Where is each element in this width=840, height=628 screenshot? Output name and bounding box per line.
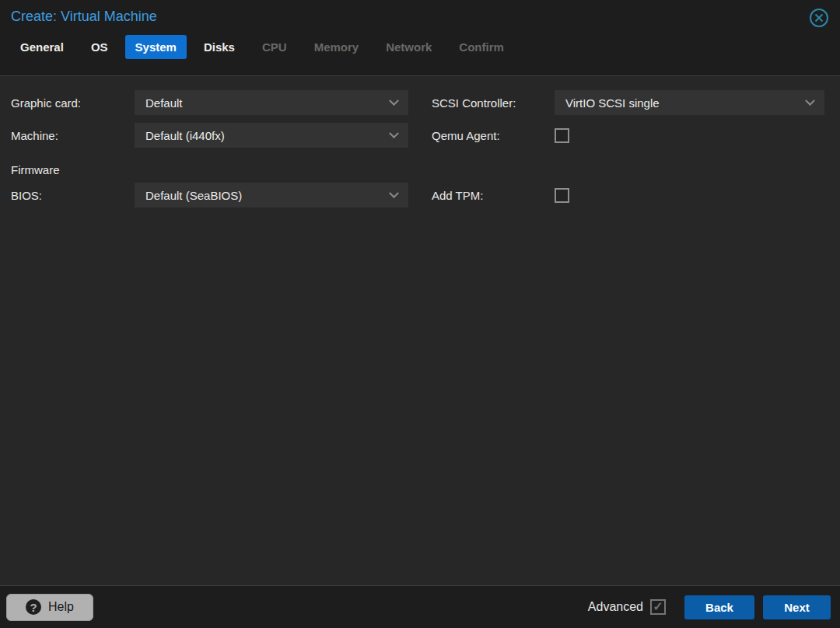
machine-label: Machine: [11, 129, 135, 142]
back-button[interactable]: Back [684, 595, 754, 619]
qemu-agent-label: Qemu Agent: [432, 129, 555, 142]
row-machine-qemu: Machine: Default (i440fx) Qemu Agent: [11, 123, 840, 148]
row-graphic-scsi: Graphic card: Default SCSI Controller: V… [11, 90, 840, 115]
scsi-controller-label: SCSI Controller: [432, 96, 555, 110]
tab-memory: Memory [304, 35, 369, 59]
bios-value: Default (SeaBIOS) [145, 189, 242, 202]
footer-actions: Advanced Back Next [588, 595, 831, 619]
add-tpm-label: Add TPM: [432, 189, 555, 202]
tab-system[interactable]: System [125, 35, 187, 59]
next-button[interactable]: Next [763, 595, 831, 619]
chevron-down-icon [389, 96, 399, 106]
help-button[interactable]: ? Help [6, 594, 93, 621]
advanced-label: Advanced [588, 600, 643, 614]
graphic-card-select[interactable]: Default [135, 90, 408, 115]
tab-confirm: Confirm [449, 35, 514, 59]
advanced-checkbox[interactable] [650, 599, 666, 615]
firmware-heading: Firmware [11, 163, 60, 176]
chevron-down-icon [389, 188, 399, 198]
tab-network: Network [376, 35, 442, 59]
close-icon[interactable] [809, 8, 829, 28]
chevron-down-icon [389, 128, 399, 138]
machine-value: Default (i440fx) [145, 129, 225, 142]
add-tpm-checkbox[interactable] [555, 188, 569, 203]
bios-select[interactable]: Default (SeaBIOS) [135, 183, 408, 208]
tab-cpu: CPU [252, 35, 297, 59]
wizard-tabbar: General OS System Disks CPU Memory Netwo… [10, 35, 840, 59]
scsi-controller-value: VirtIO SCSI single [565, 96, 660, 110]
qemu-agent-checkbox[interactable] [555, 128, 569, 143]
bios-label: BIOS: [11, 189, 135, 202]
scsi-controller-select[interactable]: VirtIO SCSI single [555, 90, 824, 115]
create-vm-dialog: Create: Virtual Machine General OS Syste… [0, 0, 840, 628]
form-area: Graphic card: Default SCSI Controller: V… [0, 76, 840, 585]
help-button-label: Help [48, 600, 74, 614]
row-firmware: Firmware [11, 159, 840, 180]
machine-select[interactable]: Default (i440fx) [135, 123, 408, 148]
graphic-card-label: Graphic card: [11, 96, 135, 110]
dialog-header: Create: Virtual Machine General OS Syste… [0, 0, 840, 76]
tab-disks[interactable]: Disks [194, 35, 245, 59]
chevron-down-icon [805, 96, 815, 106]
tab-general[interactable]: General [10, 35, 74, 59]
dialog-footer: ? Help Advanced Back Next [0, 585, 840, 628]
dialog-title: Create: Virtual Machine [0, 0, 840, 25]
row-bios-tpm: BIOS: Default (SeaBIOS) Add TPM: [11, 183, 840, 208]
tab-os[interactable]: OS [81, 35, 118, 59]
graphic-card-value: Default [145, 96, 183, 110]
question-mark-icon: ? [26, 599, 41, 615]
